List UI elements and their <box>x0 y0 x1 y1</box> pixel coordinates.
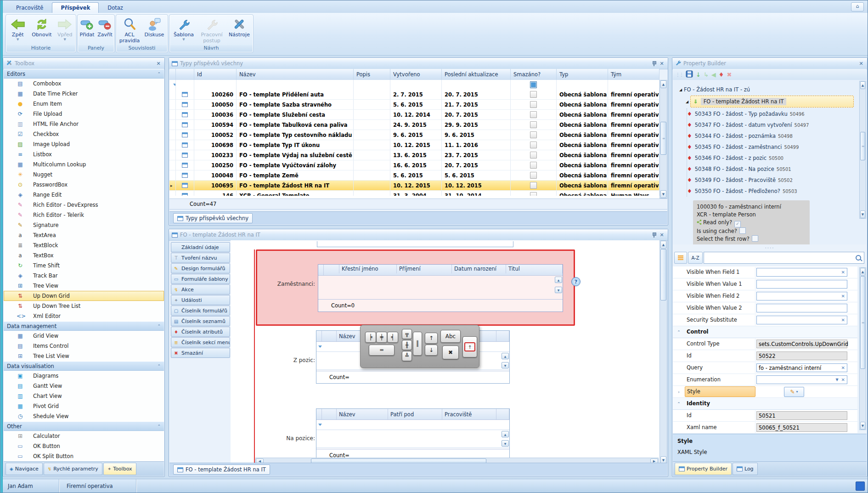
property-row-visible-when-value-1[interactable]: Visible When Value 1 <box>673 278 857 290</box>
table-row[interactable]: 100050FO - template Sazba stravného5. 6.… <box>169 100 659 110</box>
zamestnanci-grid[interactable]: Křestní jménoPříjmeníDatum narozeníTitul… <box>318 264 563 312</box>
filter-cell[interactable] <box>176 80 194 90</box>
template-button[interactable]: Šablona ▼ <box>171 16 197 45</box>
toolbox-item-html-file-anchor[interactable]: ▥HTML File Anchor <box>4 119 164 129</box>
toolbox-item-textarea[interactable]: aTextArea <box>4 230 164 240</box>
toolbox-section-data-management[interactable]: Data management⌃ <box>4 321 164 331</box>
property-value-input[interactable]: ✕ <box>756 268 847 277</box>
checkbox-unchecked[interactable] <box>530 111 537 118</box>
tree-node-50345[interactable]: ♦50345 FO - žádost - zaměstnanci50499 <box>687 142 867 153</box>
checkbox-unchecked[interactable] <box>530 101 537 108</box>
column-header-n-zev[interactable]: Název <box>337 409 388 419</box>
align-bottom-button[interactable]: ╩ <box>402 351 412 361</box>
collapse-icon[interactable]: ⌃ <box>157 364 161 368</box>
table-row[interactable]: 100698FO - template Typ IT úkonu10. 12. … <box>169 140 659 150</box>
scroll-down-icon[interactable]: ▼ <box>860 210 865 218</box>
designer-tab-seln-k-sekc-menu[interactable]: ≣Číselník sekcí menu <box>171 337 230 347</box>
close-icon[interactable]: ✕ <box>858 61 864 67</box>
grid-panel-tab[interactable]: Typy příspěvků všechny <box>173 213 253 223</box>
property-row-query[interactable]: Queryfo - zaměstnanci interní✕ <box>673 362 857 374</box>
ribbon-tab-p-sp-vek[interactable]: Příspěvek <box>52 2 99 13</box>
toolbox-item-rich-editor-telerik[interactable]: ✎Rich Editor - Telerik <box>4 210 164 220</box>
na-pozice-grid[interactable]: NázevPatří podPracoviště ▲▼ Count= <box>316 408 510 462</box>
toolbox-item-date-time-picker[interactable]: ▦Date Time Picker <box>4 89 164 99</box>
move-up-button[interactable]: ↑ <box>425 333 438 344</box>
property-section-control[interactable]: ⌃Control <box>673 326 857 338</box>
checkbox-unchecked[interactable] <box>752 235 758 242</box>
tree-selected-box[interactable]: ⇓FO - template Žádost HR na IT <box>690 96 854 108</box>
ribbon-tab-pracovi-t[interactable]: Pracoviště <box>7 2 52 13</box>
toolbox-item-file-upload[interactable]: ⟳File Upload <box>4 109 164 119</box>
move-down-button[interactable]: ↓ <box>425 345 438 356</box>
filter-cell[interactable] <box>390 80 442 90</box>
table-row[interactable]: 100052FO - template Typ cestovního nákla… <box>169 130 659 140</box>
pin-icon[interactable] <box>652 232 656 238</box>
property-value-input[interactable] <box>756 304 847 312</box>
scroll-up-icon[interactable]: ▲ <box>860 268 865 276</box>
column-header-t-m[interactable]: Tým <box>608 69 659 80</box>
checkbox-unchecked[interactable] <box>530 142 537 148</box>
scroll-up-icon[interactable]: ▲ <box>860 81 865 89</box>
designer-vertical-scrollbar[interactable]: ▲ ▼ <box>659 240 667 465</box>
clear-icon[interactable]: ✕ <box>841 365 845 370</box>
toolbox-bottom-tab-navigace[interactable]: ◈Navigace <box>6 463 43 475</box>
property-row-style[interactable]: ›Style✎▾ <box>673 386 857 398</box>
filter-cell[interactable] <box>237 80 354 90</box>
move-down-icon[interactable]: ↓ <box>696 72 701 78</box>
collapse-icon[interactable]: ⌃ <box>157 424 161 429</box>
delete-button[interactable]: ✖ <box>442 346 459 359</box>
property-row-visible-when-value-2[interactable]: Visible When Value 2 <box>673 302 857 314</box>
toolbox-item-up-down-tree-list[interactable]: ⇅Up Down Tree List <box>4 301 164 311</box>
forward-button[interactable]: Vpřed ▼ <box>55 16 75 45</box>
delete-icon[interactable]: ✖ <box>727 72 732 78</box>
property-row-visible-when-field-1[interactable]: Visible When Field 1✕ <box>673 266 857 278</box>
filter-checkbox-checked[interactable] <box>530 81 537 88</box>
column-header-n-zev[interactable]: Název <box>237 69 354 80</box>
designer-tab-akce[interactable]: ↯Akce <box>171 284 230 295</box>
filter-cell[interactable] <box>557 80 608 90</box>
tree-node-50347[interactable]: ♦50347 FO - žádost - datum vytvoření5049… <box>687 119 867 130</box>
toolbox-item-gantt-view[interactable]: ▤Gantt View <box>4 381 164 391</box>
toolbox-item-passwordbox[interactable]: ⊙PasswordBox <box>4 180 164 190</box>
row-spinner[interactable]: ▲▼ <box>502 353 509 368</box>
designer-tab-ud-losti[interactable]: ✦Události <box>171 295 230 305</box>
toolbox-item-enum-item[interactable]: ●Enum Item <box>4 99 164 109</box>
toolbox-item-range-edit[interactable]: ◈Range Edit <box>4 190 164 200</box>
alphabetical-view-button[interactable]: A-Z <box>688 252 703 264</box>
designer-tab-formul-e-ablony[interactable]: ▭Formuláře šablony <box>171 274 230 284</box>
toolbox-item-combobox[interactable]: ▤Combobox <box>4 79 164 89</box>
help-icon[interactable]: ? <box>571 277 581 286</box>
property-search-input[interactable] <box>704 252 864 264</box>
collapse-icon[interactable]: ⌃ <box>673 330 685 334</box>
property-value-input[interactable]: ✕ <box>756 316 847 324</box>
acl-rules-button[interactable]: ACL pravidla <box>118 16 141 45</box>
workflow-button[interactable]: Pracovní postup <box>197 16 226 45</box>
toolbox-item-pivot-grid[interactable]: ▦Pivot Grid <box>4 401 164 411</box>
pb-bottom-tab-log[interactable]: Log <box>733 463 758 475</box>
table-row[interactable]: 100594FO - template Tabulková cena paliv… <box>169 120 659 130</box>
tree-node-50344[interactable]: ♦50344 FO - žádost - poznámka50498 <box>687 130 867 142</box>
close-icon[interactable]: ✕ <box>659 232 665 238</box>
column-header-smaz-no[interactable]: Smazáno? <box>511 69 557 80</box>
stretch-vertical-button[interactable]: ║ <box>413 332 422 356</box>
toolbox-bottom-tab-toolbox[interactable]: ✦Toolbox <box>103 463 136 475</box>
property-row-security-substitute[interactable]: Security Substitute✕ <box>673 314 857 326</box>
tools-button[interactable]: Nástroje <box>227 16 252 45</box>
property-row-id[interactable]: Id50522 <box>673 350 857 362</box>
toolbox-item-ok-split-button[interactable]: ▭OK Split Button <box>4 451 164 461</box>
categorized-view-button[interactable] <box>674 252 687 264</box>
refresh-button[interactable]: Obnovit <box>29 16 54 45</box>
scrollbar-thumb[interactable]: ≡ <box>860 276 865 369</box>
checkbox-unchecked[interactable] <box>530 91 537 98</box>
toolbox-item-chart-view[interactable]: ▥Chart View <box>4 391 164 401</box>
ribbon-tab-dotaz[interactable]: Dotaz <box>99 2 131 13</box>
table-row[interactable]: 100260FO - template Přidělení auta2. 7. … <box>169 90 659 100</box>
grid-vertical-scrollbar[interactable]: ▲ ≡ ▼ <box>659 80 667 198</box>
toolbox-item-tree-view[interactable]: ⊞Tree View <box>4 281 164 291</box>
toolbox-item-image-upload[interactable]: ▨Image Upload <box>4 139 164 149</box>
checkbox-unchecked[interactable] <box>530 121 537 128</box>
tree-selected-node[interactable]: ◢⇓FO - template Žádost HR na IT <box>679 95 867 108</box>
property-row-enumeration[interactable]: Enumeration▼✕ <box>673 374 857 386</box>
column-header-posledn-aktualizace[interactable]: Poslední aktualizace <box>442 69 511 80</box>
back-button[interactable]: Zpět ▼ <box>7 16 28 45</box>
